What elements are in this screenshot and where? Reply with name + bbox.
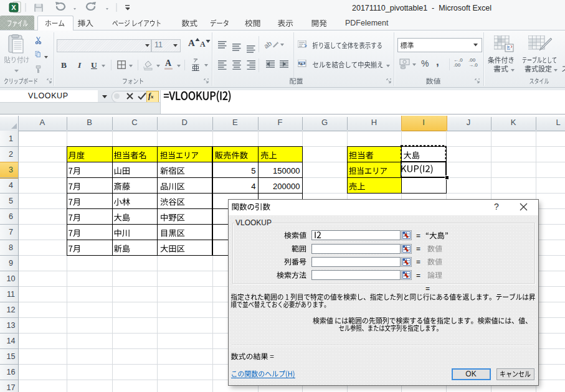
svg-text:X: X <box>11 4 16 11</box>
svg-text:ab: ab <box>264 39 273 50</box>
svg-text:a: a <box>300 62 303 66</box>
